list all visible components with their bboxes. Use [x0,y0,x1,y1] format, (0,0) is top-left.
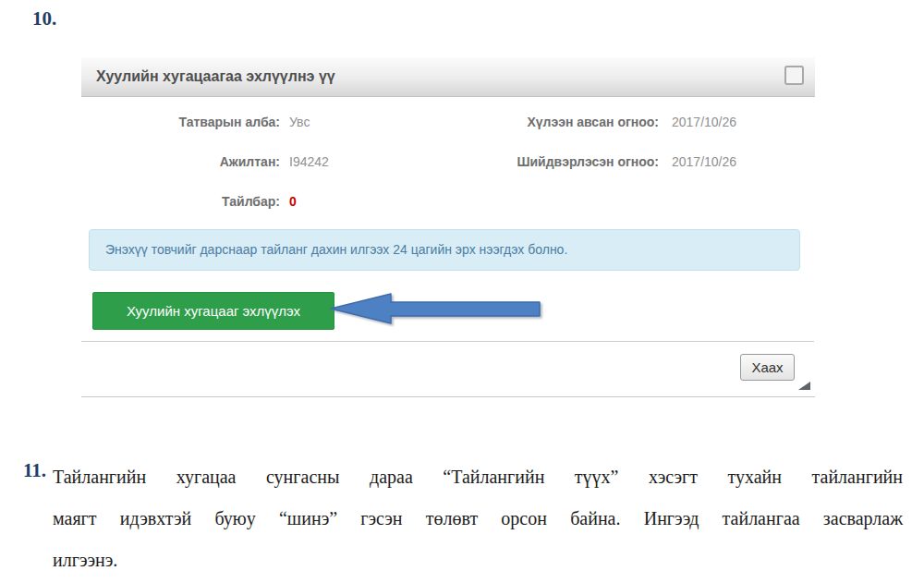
form-row: Татварын алба: Увс Хүлээн авсан огноо: 2… [81,115,815,133]
received-date-value: 2017/10/26 [672,115,736,129]
employee-label: Ажилтан: [81,154,280,169]
close-button[interactable]: Хаах [740,354,795,381]
list-item-11-number: 11. [23,459,46,482]
legal-period-dialog: Хуулийн хугацаагаа эхлүүлнэ үү Татварын … [81,57,815,397]
form-row: Ажилтан: I94242 Шийдвэрлэсэн огноо: 2017… [81,154,815,173]
annotation-arrow-icon [328,291,542,326]
employee-value: I94242 [289,154,329,169]
paragraph-line: илгээнэ. [53,540,903,581]
start-legal-period-button[interactable]: Хуулийн хугацааг эхлүүлэх [92,292,334,330]
form-row: Тайлбар: 0 [81,194,815,213]
dialog-header: Хуулийн хугацаагаа эхлүүлнэ үү [81,57,815,97]
step-11-paragraph: Тайлангийн хугацаа сунгасны дараа “Тайла… [53,456,903,581]
paragraph-line: Тайлангийн хугацаа сунгасны дараа “Тайла… [53,456,903,498]
resolved-date-label: Шийдвэрлэсэн огноо: [446,154,659,169]
tax-office-label: Татварын алба: [81,115,280,129]
comment-label: Тайлбар: [81,194,280,209]
dialog-footer-divider [81,341,814,342]
dialog-header-checkbox[interactable] [784,66,804,85]
received-date-label: Хүлээн авсан огноо: [446,115,659,129]
resolved-date-value: 2017/10/26 [672,154,736,169]
resize-handle-icon[interactable] [798,382,810,390]
list-item-10-number: 10. [32,7,56,30]
dialog-title: Хуулийн хугацаагаа эхлүүлнэ үү [96,68,335,84]
tax-office-value: Увс [289,115,310,129]
paragraph-line: маягт идэвхтэй буюу “шинэ” гэсэн төлөвт … [53,498,903,540]
info-banner: Энэхүү товчийг дарснаар тайланг дахин ил… [89,229,800,271]
comment-value: 0 [289,194,297,209]
